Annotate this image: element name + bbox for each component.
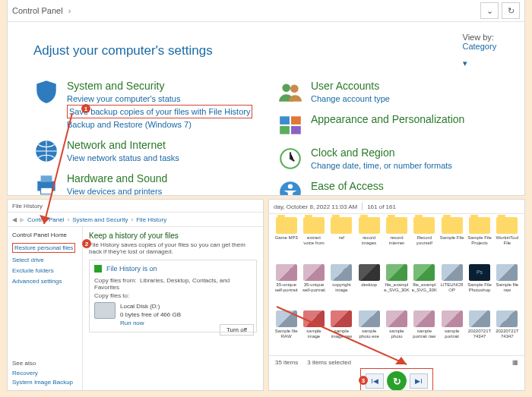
category-link[interactable]: View devices and printers	[67, 185, 167, 196]
file-label: file_exampl e_SVG_30K	[412, 282, 437, 293]
sidebar-exclude-folders[interactable]: Exclude folders	[12, 267, 78, 274]
thumbnail-icon	[442, 310, 463, 327]
file-item[interactable]: Record yourself drawing on	[412, 217, 437, 262]
thumbnail-icon	[413, 310, 435, 327]
folder-icon	[359, 217, 380, 234]
clock-icon	[277, 146, 303, 172]
category-heading[interactable]: Clock and Region	[311, 146, 452, 159]
previous-version-button[interactable]: I◀	[366, 373, 384, 389]
file-item[interactable]: sample photo exe	[356, 310, 382, 355]
restore-button[interactable]: ↻	[387, 371, 407, 391]
file-grid[interactable]: Game MP3extract voice from photorafrecor…	[269, 214, 524, 355]
file-item[interactable]: record internet radio	[384, 217, 409, 262]
sidebar-recovery[interactable]: Recovery	[12, 370, 73, 377]
category-heading[interactable]: System and Security	[67, 79, 252, 93]
sidebar-system-image-backup[interactable]: System Image Backup	[12, 379, 73, 386]
users-icon	[277, 79, 303, 105]
file-label: Sample File Photoshop	[467, 282, 492, 293]
file-label: extract voice from photo	[301, 235, 326, 246]
category-link[interactable]: Save backup copies of your files with Fi…	[69, 106, 250, 118]
file-label: WorkinTool File Compress	[495, 235, 520, 246]
breadcrumb-root[interactable]: Control Panel	[12, 6, 63, 15]
file-item[interactable]: LITEUNCR OP	[439, 264, 464, 309]
file-item[interactable]: 35-unique self-portrait	[301, 264, 326, 309]
file-item[interactable]: Game MP3	[274, 217, 299, 262]
file-item[interactable]: sample portrait raw	[412, 310, 437, 355]
turn-off-button[interactable]: Turn off	[220, 324, 254, 336]
file-label: copyright image	[329, 282, 354, 293]
category-heading[interactable]: Hardware and Sound	[67, 172, 167, 185]
view-by[interactable]: View by: Category ▾	[463, 33, 499, 68]
refresh-button[interactable]: ↻	[502, 2, 520, 19]
category-link[interactable]: Change date, time, or number formats	[311, 159, 452, 172]
svg-rect-9	[291, 126, 301, 134]
file-item[interactable]: file_exampl e_SVG_30K	[412, 264, 437, 309]
file-item[interactable]: extract voice from photo	[301, 217, 326, 262]
sidebar-select-drive[interactable]: Select drive	[12, 257, 78, 263]
file-item[interactable]: WorkinTool File Compress	[495, 217, 520, 262]
svg-rect-8	[280, 126, 290, 134]
breadcrumb[interactable]: ◀ ▶ Control Panel› System and Security› …	[8, 213, 263, 227]
dropdown-button[interactable]: ⌄	[480, 2, 499, 19]
thumbnail-icon	[469, 310, 490, 327]
back-button[interactable]: ◀	[12, 216, 17, 223]
folder-icon	[331, 217, 352, 234]
file-item[interactable]: Sample File	[439, 217, 464, 262]
file-item[interactable]: Sample File Projects	[467, 217, 492, 262]
file-item[interactable]: 35-unique self-portrait	[274, 264, 299, 309]
view-mode-icon[interactable]: ▦	[512, 359, 518, 366]
globe-icon	[33, 138, 59, 164]
file-history-settings-window: File History ◀ ▶ Control Panel› System a…	[7, 199, 264, 391]
file-item[interactable]: sample image raw	[329, 310, 354, 355]
sidebar-restore-personal-files[interactable]: Restore personal files	[12, 243, 75, 253]
ease-icon	[277, 179, 303, 196]
chevron-down-icon: ▾	[463, 58, 467, 68]
run-now-link[interactable]: Run now	[120, 319, 181, 327]
thumbnail-icon	[496, 310, 518, 327]
file-label: sample photo exe	[356, 329, 382, 339]
file-label: sample portrait raw	[412, 329, 437, 339]
file-label: LITEUNCR OP	[439, 282, 464, 293]
file-item[interactable]: file_exampl e_SVG_30K	[384, 264, 409, 309]
highlighted-link[interactable]: Save backup copies of your files with Fi…	[67, 105, 252, 118]
file-item[interactable]: sample photo matsimoto	[384, 310, 409, 355]
category-network-and-internet: Network and InternetView network status …	[33, 138, 255, 164]
annotation-badge-1: 1	[81, 104, 90, 113]
category-link[interactable]: Review your computer's status	[67, 93, 252, 105]
sidebar-home[interactable]: Control Panel Home	[12, 232, 78, 238]
file-item[interactable]: Sample file RAW	[274, 310, 299, 355]
file-item[interactable]: PsSample File Photoshop	[467, 264, 492, 309]
category-heading[interactable]: Appearance and Personalization	[311, 112, 464, 126]
file-item[interactable]: record images	[356, 217, 382, 262]
sidebar-advanced-settings[interactable]: Advanced settings	[12, 278, 78, 285]
file-label: Sample file raw	[495, 282, 520, 293]
file-item[interactable]: 20220721T 74347	[467, 310, 492, 355]
svg-point-5	[290, 84, 299, 93]
file-item[interactable]: copyright image	[329, 264, 354, 309]
window-title: File History	[12, 203, 43, 210]
folder-icon	[496, 217, 518, 234]
category-heading[interactable]: Ease of Access	[311, 179, 384, 193]
thumbnail-icon	[276, 310, 297, 327]
category-link[interactable]: Change account type	[311, 93, 390, 105]
category-link[interactable]: Backup and Restore (Windows 7)	[67, 118, 252, 131]
folder-icon	[413, 217, 435, 234]
category-link[interactable]: View network status and tasks	[67, 152, 179, 164]
file-item[interactable]: desktop	[356, 264, 382, 309]
file-item[interactable]: Sample file raw	[495, 264, 520, 309]
file-item[interactable]: sample portrait	[439, 310, 464, 355]
svg-point-13	[288, 184, 293, 188]
category-clock-and-region: Clock and RegionChange date, time, or nu…	[277, 146, 499, 172]
category-heading[interactable]: Network and Internet	[67, 138, 179, 152]
file-item[interactable]: 20220721T 74347	[495, 310, 520, 355]
file-history-browser-window: day, October 8, 2022 11:03 AM 161 of 161…	[268, 199, 525, 391]
category-heading[interactable]: User Accounts	[311, 79, 390, 93]
svg-rect-3	[41, 187, 52, 194]
next-version-button[interactable]: ▶I	[410, 373, 428, 389]
control-panel-window: Control Panel › ⌄ ↻ Adjust your computer…	[7, 0, 525, 196]
file-item[interactable]: raf	[329, 217, 354, 262]
category-hardware-and-sound: Hardware and SoundView devices and print…	[33, 172, 255, 196]
file-item[interactable]: sample image converted	[301, 310, 326, 355]
thumbnail-icon	[386, 310, 407, 327]
file-label: sample photo matsimoto	[384, 329, 409, 339]
